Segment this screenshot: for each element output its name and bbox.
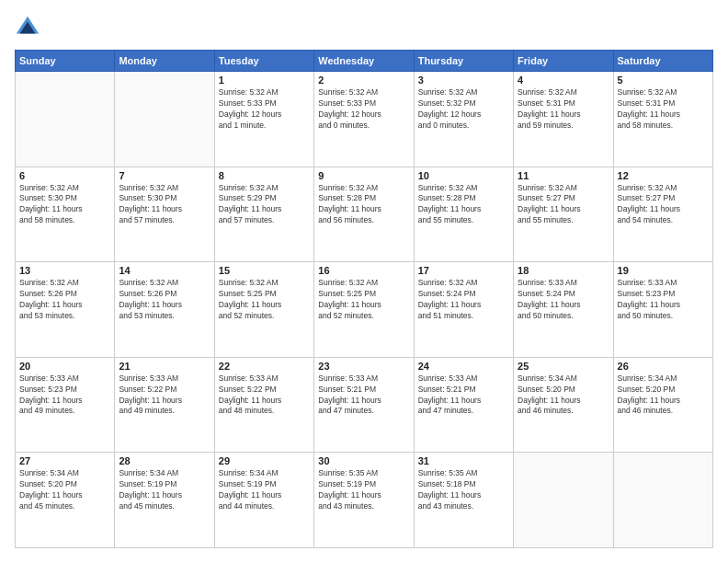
day-info: Sunrise: 5:35 AM Sunset: 5:19 PM Dayligh…	[318, 468, 409, 512]
day-header-friday: Friday	[514, 51, 613, 72]
day-header-sunday: Sunday	[16, 51, 115, 72]
day-number: 3	[418, 75, 509, 86]
calendar-week-2: 13Sunrise: 5:32 AM Sunset: 5:26 PM Dayli…	[16, 262, 713, 358]
day-number: 25	[518, 361, 609, 372]
day-info: Sunrise: 5:33 AM Sunset: 5:22 PM Dayligh…	[119, 373, 210, 418]
day-info: Sunrise: 5:32 AM Sunset: 5:26 PM Dayligh…	[119, 278, 210, 322]
day-info: Sunrise: 5:32 AM Sunset: 5:33 PM Dayligh…	[219, 87, 310, 132]
calendar-cell	[613, 453, 712, 548]
calendar-cell: 28Sunrise: 5:34 AM Sunset: 5:19 PM Dayli…	[115, 453, 214, 548]
day-number: 8	[219, 170, 310, 181]
day-header-wednesday: Wednesday	[314, 51, 414, 72]
day-header-monday: Monday	[115, 51, 214, 72]
day-number: 13	[19, 265, 110, 276]
calendar-cell: 8Sunrise: 5:32 AM Sunset: 5:29 PM Daylig…	[214, 167, 313, 262]
logo	[15, 15, 42, 40]
day-info: Sunrise: 5:32 AM Sunset: 5:24 PM Dayligh…	[418, 278, 509, 322]
day-number: 6	[19, 170, 110, 181]
day-number: 5	[618, 75, 709, 86]
calendar-cell: 18Sunrise: 5:33 AM Sunset: 5:24 PM Dayli…	[514, 262, 613, 358]
day-number: 28	[119, 455, 210, 466]
day-header-saturday: Saturday	[613, 51, 712, 72]
day-number: 31	[418, 455, 509, 466]
day-info: Sunrise: 5:33 AM Sunset: 5:23 PM Dayligh…	[19, 373, 110, 418]
day-info: Sunrise: 5:32 AM Sunset: 5:27 PM Dayligh…	[618, 183, 709, 227]
day-number: 15	[219, 265, 310, 276]
day-info: Sunrise: 5:32 AM Sunset: 5:31 PM Dayligh…	[518, 87, 609, 132]
day-header-tuesday: Tuesday	[214, 51, 313, 72]
day-info: Sunrise: 5:32 AM Sunset: 5:30 PM Dayligh…	[119, 183, 210, 227]
calendar-week-3: 20Sunrise: 5:33 AM Sunset: 5:23 PM Dayli…	[16, 357, 713, 453]
day-number: 18	[518, 265, 609, 276]
day-info: Sunrise: 5:32 AM Sunset: 5:29 PM Dayligh…	[219, 183, 310, 227]
calendar-cell: 12Sunrise: 5:32 AM Sunset: 5:27 PM Dayli…	[613, 167, 712, 262]
day-number: 29	[219, 455, 310, 466]
day-info: Sunrise: 5:35 AM Sunset: 5:18 PM Dayligh…	[418, 468, 509, 512]
day-info: Sunrise: 5:32 AM Sunset: 5:28 PM Dayligh…	[418, 183, 509, 227]
header	[15, 15, 713, 40]
calendar-cell: 4Sunrise: 5:32 AM Sunset: 5:31 PM Daylig…	[514, 72, 613, 167]
calendar-week-0: 1Sunrise: 5:32 AM Sunset: 5:33 PM Daylig…	[16, 72, 713, 167]
calendar-cell	[16, 72, 115, 167]
calendar-cell: 10Sunrise: 5:32 AM Sunset: 5:28 PM Dayli…	[414, 167, 513, 262]
day-number: 12	[618, 170, 709, 181]
calendar-cell: 1Sunrise: 5:32 AM Sunset: 5:33 PM Daylig…	[214, 72, 313, 167]
day-info: Sunrise: 5:32 AM Sunset: 5:25 PM Dayligh…	[318, 278, 409, 322]
calendar-cell: 14Sunrise: 5:32 AM Sunset: 5:26 PM Dayli…	[115, 262, 214, 358]
calendar-table: SundayMondayTuesdayWednesdayThursdayFrid…	[15, 50, 713, 548]
calendar-cell: 23Sunrise: 5:33 AM Sunset: 5:21 PM Dayli…	[314, 357, 414, 453]
calendar-cell: 13Sunrise: 5:32 AM Sunset: 5:26 PM Dayli…	[16, 262, 115, 358]
day-info: Sunrise: 5:33 AM Sunset: 5:23 PM Dayligh…	[618, 278, 709, 322]
day-number: 24	[418, 361, 509, 372]
day-number: 9	[318, 170, 409, 181]
day-number: 21	[119, 361, 210, 372]
calendar-cell: 24Sunrise: 5:33 AM Sunset: 5:21 PM Dayli…	[414, 357, 513, 453]
day-info: Sunrise: 5:32 AM Sunset: 5:26 PM Dayligh…	[19, 278, 110, 322]
day-number: 30	[318, 455, 409, 466]
day-info: Sunrise: 5:34 AM Sunset: 5:20 PM Dayligh…	[518, 373, 609, 418]
day-info: Sunrise: 5:32 AM Sunset: 5:27 PM Dayligh…	[518, 183, 609, 227]
calendar-cell	[115, 72, 214, 167]
day-info: Sunrise: 5:32 AM Sunset: 5:32 PM Dayligh…	[418, 87, 509, 132]
page: SundayMondayTuesdayWednesdayThursdayFrid…	[0, 0, 728, 563]
day-info: Sunrise: 5:32 AM Sunset: 5:33 PM Dayligh…	[318, 87, 409, 132]
day-number: 10	[418, 170, 509, 181]
day-number: 26	[618, 361, 709, 372]
calendar-cell: 22Sunrise: 5:33 AM Sunset: 5:22 PM Dayli…	[214, 357, 313, 453]
day-number: 2	[318, 75, 409, 86]
calendar-cell: 26Sunrise: 5:34 AM Sunset: 5:20 PM Dayli…	[613, 357, 712, 453]
calendar-cell: 25Sunrise: 5:34 AM Sunset: 5:20 PM Dayli…	[514, 357, 613, 453]
day-info: Sunrise: 5:33 AM Sunset: 5:21 PM Dayligh…	[418, 373, 509, 418]
calendar-week-1: 6Sunrise: 5:32 AM Sunset: 5:30 PM Daylig…	[16, 167, 713, 262]
day-number: 22	[219, 361, 310, 372]
calendar-cell: 16Sunrise: 5:32 AM Sunset: 5:25 PM Dayli…	[314, 262, 414, 358]
calendar-cell: 11Sunrise: 5:32 AM Sunset: 5:27 PM Dayli…	[514, 167, 613, 262]
day-info: Sunrise: 5:32 AM Sunset: 5:30 PM Dayligh…	[19, 183, 110, 227]
day-number: 4	[518, 75, 609, 86]
calendar-cell: 2Sunrise: 5:32 AM Sunset: 5:33 PM Daylig…	[314, 72, 414, 167]
day-number: 16	[318, 265, 409, 276]
calendar-cell: 29Sunrise: 5:34 AM Sunset: 5:19 PM Dayli…	[214, 453, 313, 548]
calendar-cell: 15Sunrise: 5:32 AM Sunset: 5:25 PM Dayli…	[214, 262, 313, 358]
day-number: 20	[19, 361, 110, 372]
day-info: Sunrise: 5:32 AM Sunset: 5:31 PM Dayligh…	[618, 87, 709, 132]
calendar-cell: 31Sunrise: 5:35 AM Sunset: 5:18 PM Dayli…	[414, 453, 513, 548]
day-number: 7	[119, 170, 210, 181]
calendar-week-4: 27Sunrise: 5:34 AM Sunset: 5:20 PM Dayli…	[16, 453, 713, 548]
day-info: Sunrise: 5:32 AM Sunset: 5:28 PM Dayligh…	[318, 183, 409, 227]
day-number: 17	[418, 265, 509, 276]
day-info: Sunrise: 5:34 AM Sunset: 5:19 PM Dayligh…	[119, 468, 210, 512]
day-header-thursday: Thursday	[414, 51, 513, 72]
calendar-cell: 21Sunrise: 5:33 AM Sunset: 5:22 PM Dayli…	[115, 357, 214, 453]
calendar-cell: 9Sunrise: 5:32 AM Sunset: 5:28 PM Daylig…	[314, 167, 414, 262]
day-info: Sunrise: 5:34 AM Sunset: 5:19 PM Dayligh…	[219, 468, 310, 512]
day-number: 23	[318, 361, 409, 372]
day-number: 19	[618, 265, 709, 276]
day-number: 1	[219, 75, 310, 86]
calendar-cell	[514, 453, 613, 548]
logo-icon	[15, 15, 40, 40]
day-info: Sunrise: 5:32 AM Sunset: 5:25 PM Dayligh…	[219, 278, 310, 322]
day-info: Sunrise: 5:34 AM Sunset: 5:20 PM Dayligh…	[618, 373, 709, 418]
calendar-cell: 30Sunrise: 5:35 AM Sunset: 5:19 PM Dayli…	[314, 453, 414, 548]
calendar-cell: 27Sunrise: 5:34 AM Sunset: 5:20 PM Dayli…	[16, 453, 115, 548]
